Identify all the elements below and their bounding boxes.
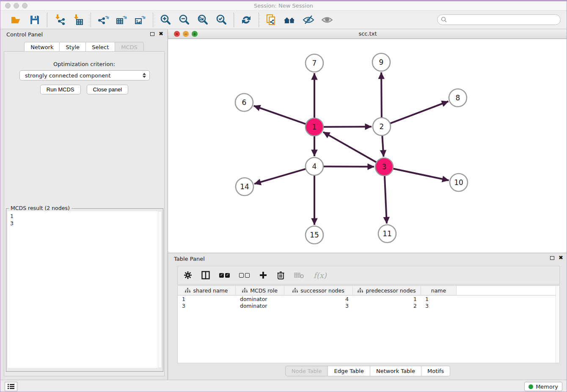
zoom-fit-icon[interactable] xyxy=(195,13,210,27)
graph-node-label: 7 xyxy=(312,59,317,67)
graph-edge-3-1[interactable] xyxy=(323,132,377,163)
deselect-all-columns-icon[interactable] xyxy=(239,273,250,278)
graph-node-label: 14 xyxy=(240,182,249,191)
graph-node-label: 9 xyxy=(379,58,384,66)
column-header-predecessor-nodes[interactable]: predecessor nodes xyxy=(353,286,421,295)
import-network-icon[interactable] xyxy=(52,13,67,27)
network-window-titlebar[interactable]: ✕ − + scc.txt xyxy=(168,29,567,39)
graph-edge-3-10[interactable] xyxy=(393,168,449,180)
table-panel-tabs: Node TableEdge TableNetwork TableMotifs xyxy=(168,366,567,376)
graph-node-label: 3 xyxy=(382,163,387,171)
table-cell[interactable]: dominator xyxy=(236,296,284,302)
close-table-panel-icon[interactable]: ✖ xyxy=(559,256,563,260)
clone-network-icon[interactable] xyxy=(264,13,278,27)
memory-button[interactable]: Memory xyxy=(524,382,562,391)
maximize-network-icon[interactable]: + xyxy=(192,31,198,37)
column-header-name[interactable]: name xyxy=(421,286,457,295)
open-file-icon[interactable] xyxy=(9,13,23,27)
optimization-criterion-select[interactable]: strongly connected component xyxy=(19,70,150,80)
tab-node-table[interactable]: Node Table xyxy=(285,366,328,376)
minimize-network-icon[interactable]: − xyxy=(183,31,189,37)
graph-node-label: 8 xyxy=(456,94,460,102)
graph-edge-4-3[interactable] xyxy=(323,166,374,167)
tab-motifs[interactable]: Motifs xyxy=(421,366,450,376)
column-type-icon xyxy=(242,287,248,294)
export-network-icon[interactable] xyxy=(96,13,110,27)
zoom-window-icon[interactable] xyxy=(22,3,28,8)
export-table-icon[interactable] xyxy=(115,13,129,27)
network-graph-canvas[interactable]: 7968124314101511 xyxy=(168,39,567,253)
zoom-out-icon[interactable] xyxy=(177,13,191,27)
first-neighbors-icon[interactable] xyxy=(283,13,297,27)
delete-table-icon xyxy=(294,272,304,279)
minimize-window-icon[interactable] xyxy=(14,3,19,8)
table-settings-gear-icon[interactable] xyxy=(184,271,192,279)
select-stepper-icon xyxy=(143,73,146,78)
close-window-icon[interactable] xyxy=(5,3,11,8)
table-row[interactable]: 3dominator323 xyxy=(178,302,559,309)
graph-edge-2-3[interactable] xyxy=(382,135,383,157)
tab-edge-table[interactable]: Edge Table xyxy=(328,366,370,376)
graph-edge-2-9[interactable] xyxy=(381,72,382,118)
close-panel-icon[interactable]: ✖ xyxy=(159,32,163,36)
delete-column-trash-icon[interactable] xyxy=(277,271,285,279)
apply-layout-icon[interactable] xyxy=(239,13,253,27)
tab-network-table[interactable]: Network Table xyxy=(370,366,421,376)
table-cell[interactable]: 1 xyxy=(353,296,421,302)
network-view-window: ✕ − + scc.txt 7968124314101511 xyxy=(168,29,567,253)
graph-node-label: 10 xyxy=(454,178,463,187)
close-panel-button[interactable]: Close panel xyxy=(87,85,129,94)
window-traffic-lights[interactable] xyxy=(5,3,28,8)
run-mcds-button[interactable]: Run MCDS xyxy=(40,85,81,94)
status-bar: Memory xyxy=(0,380,567,392)
column-header-successor-nodes[interactable]: successor nodes xyxy=(284,286,353,295)
table-cell[interactable]: 1 xyxy=(178,296,236,302)
zoom-selected-icon[interactable] xyxy=(214,13,228,27)
app-title: Session: New Session xyxy=(0,1,567,10)
show-all-icon[interactable] xyxy=(320,13,334,27)
task-history-icon[interactable] xyxy=(5,382,17,391)
table-cell[interactable]: dominator xyxy=(236,303,284,309)
zoom-in-icon[interactable] xyxy=(158,13,173,27)
graph-edge-3-11[interactable] xyxy=(385,176,387,224)
node-table: shared nameMCDS rolesuccessor nodesprede… xyxy=(177,285,560,363)
table-panel-title: Table Panel xyxy=(174,256,205,262)
column-header-MCDS-role[interactable]: MCDS role xyxy=(236,286,284,295)
function-builder-icon: f(x) xyxy=(314,271,327,280)
graph-node-label: 11 xyxy=(383,229,392,238)
float-panel-icon[interactable] xyxy=(150,32,154,36)
table-cell[interactable]: 4 xyxy=(284,296,353,302)
graph-node-label: 6 xyxy=(242,98,247,107)
column-type-icon xyxy=(292,287,298,294)
control-panel: Control Panel ✖ NetworkStyleSelectMCDS O… xyxy=(0,29,168,380)
close-network-icon[interactable]: ✕ xyxy=(174,31,180,37)
show-column-panel-icon[interactable] xyxy=(201,271,210,279)
search-input[interactable] xyxy=(437,14,561,25)
column-type-icon xyxy=(358,287,363,294)
add-column-icon[interactable] xyxy=(259,271,267,279)
table-cell[interactable]: 3 xyxy=(284,303,353,309)
select-all-columns-icon[interactable] xyxy=(219,273,230,278)
hide-selected-icon[interactable] xyxy=(301,13,316,27)
table-scrollbar[interactable] xyxy=(556,286,559,363)
graph-edge-1-2[interactable] xyxy=(323,127,372,127)
mcds-result-scrollbar[interactable] xyxy=(158,211,162,368)
table-cell[interactable]: 3 xyxy=(178,303,236,309)
network-window-title: scc.txt xyxy=(168,29,567,39)
table-row[interactable]: 1dominator411 xyxy=(178,295,559,302)
graph-edge-2-8[interactable] xyxy=(390,101,449,123)
search-container xyxy=(437,14,561,25)
table-cell[interactable]: 1 xyxy=(421,296,457,302)
graph-node-label: 1 xyxy=(312,123,317,131)
import-table-icon[interactable] xyxy=(71,13,85,27)
float-table-panel-icon[interactable] xyxy=(550,256,554,260)
table-cell[interactable]: 3 xyxy=(421,303,457,309)
table-cell[interactable]: 2 xyxy=(353,303,421,309)
save-icon[interactable] xyxy=(28,13,42,27)
memory-status-icon xyxy=(528,384,533,389)
graph-edge-4-14[interactable] xyxy=(254,169,306,184)
graph-edge-1-6[interactable] xyxy=(254,106,306,124)
export-image-icon[interactable] xyxy=(133,13,148,27)
mcds-result-text[interactable]: 1 3 xyxy=(8,211,158,368)
column-header-shared-name[interactable]: shared name xyxy=(178,286,236,295)
